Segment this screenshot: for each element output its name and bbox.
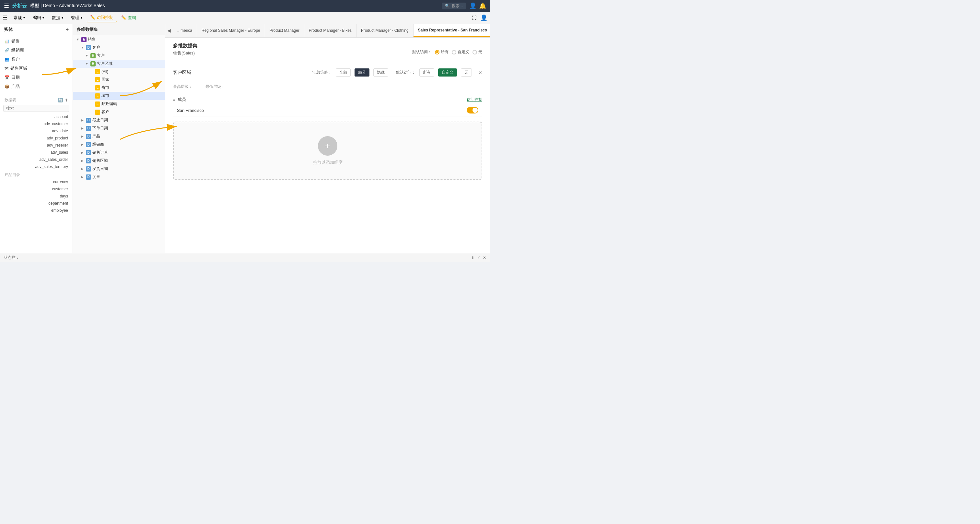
menu-item-normal[interactable]: 常规▾ (10, 14, 28, 22)
tree-item-sales-territory[interactable]: D 销售区域 (73, 157, 165, 165)
strategy-partial-btn[interactable]: 部分 (355, 68, 369, 76)
table-item-adv-sales-order[interactable]: adv_sales_order (0, 156, 73, 163)
tree-item-customer-hier[interactable]: H 客户 (73, 51, 165, 60)
tree-item-all[interactable]: L (All) (73, 68, 165, 76)
members-equals-icon: ≡ (173, 97, 176, 102)
status-bar: 状态栏： ⬆ ✓ ✕ (0, 253, 490, 262)
table-item-customer[interactable]: customer (0, 185, 73, 193)
menu-item-data[interactable]: 数据▾ (49, 14, 67, 22)
fullscreen-button[interactable]: ⛶ (472, 15, 476, 21)
tree-arrow-end-date[interactable] (80, 118, 84, 122)
search-bar[interactable]: 🔍 搜索... (442, 3, 466, 10)
tree-arrow-customer-hier[interactable] (84, 54, 89, 57)
tree-arrow-reseller-dim[interactable] (80, 143, 84, 146)
menu-item-access[interactable]: ✏️访问控制 (87, 13, 117, 22)
tree-arrow-ship-date[interactable] (80, 167, 84, 170)
access-custom-btn[interactable]: 自定义 (438, 68, 457, 76)
members-access-link[interactable]: 访问控制 (467, 97, 482, 102)
tree-arrow-order-date[interactable] (80, 126, 84, 130)
tree-item-customer-region[interactable]: H 客户区域 (73, 60, 165, 68)
tab-sf[interactable]: Sales Representative - San Francisco ⋮ (414, 24, 490, 37)
search-icon: 🔍 (445, 3, 450, 8)
table-item-adv-sales-territory[interactable]: adv_sales_territory (0, 163, 73, 170)
tree-label-city: 城市 (102, 93, 109, 99)
tree-item-sales-order[interactable]: D 销售订单 (73, 148, 165, 157)
table-item-department[interactable]: department (0, 200, 73, 207)
sidebar-item-product[interactable]: 📦 产品 (0, 82, 73, 91)
table-item-adv-date[interactable]: adv_date (0, 127, 73, 135)
tab-america[interactable]: ...merica (173, 24, 197, 37)
tree-item-measure[interactable]: D 度量 (73, 173, 165, 181)
type-badge-ship-date: D (86, 166, 91, 172)
radio-none[interactable]: 无 (473, 49, 482, 55)
table-item-currency[interactable]: currency (0, 178, 73, 185)
radio-all[interactable]: 所有 (435, 49, 449, 55)
hamburger-icon[interactable]: ☰ (4, 2, 9, 10)
table-item-adv-product[interactable]: adv_product (0, 135, 73, 142)
sidebar-item-territory[interactable]: 🗺 销售区域 (0, 64, 73, 73)
menu-item-manage[interactable]: 管理▾ (68, 14, 86, 22)
reseller-icon: 🔗 (5, 48, 10, 53)
tree-item-ship-date[interactable]: D 发货日期 (73, 165, 165, 173)
tab-pm-bikes[interactable]: Product Manager - Bikes (304, 24, 356, 37)
top-bar-icons: 👤 🔔 (469, 2, 486, 10)
max-level-label: 最高层级： (173, 84, 192, 89)
member-sf-toggle[interactable] (467, 107, 478, 113)
tree-item-order-date[interactable]: D 下单日期 (73, 124, 165, 132)
tree-arrow-sales-order[interactable] (80, 151, 84, 154)
dimension-name: 客户区域 (173, 70, 212, 76)
table-item-account[interactable]: account (0, 113, 73, 120)
sidebar-item-sales[interactable]: 📊 销售 (0, 37, 73, 46)
radio-custom[interactable]: 自定义 (452, 49, 469, 55)
tree-arrow-customer-region[interactable] (84, 62, 89, 65)
tab-europe[interactable]: Regional Sales Manager - Europe (197, 24, 265, 37)
strategy-hidden-btn[interactable]: 隐藏 (373, 68, 388, 76)
type-badge-all: L (95, 69, 100, 74)
menu-hamburger[interactable]: ☰ (3, 14, 7, 21)
access-all-btn[interactable]: 所有 (419, 68, 434, 76)
upload-icon[interactable]: ⬆ (65, 98, 68, 102)
table-item-adv-sales[interactable]: adv_sales (0, 149, 73, 156)
access-none-btn[interactable]: 无 (461, 68, 472, 76)
app-logo: 分析云 (12, 3, 27, 9)
refresh-icon[interactable]: 🔄 (58, 98, 63, 102)
table-item-employee[interactable]: employee (0, 207, 73, 214)
tree-arrow-product-dim[interactable] (80, 135, 84, 138)
sidebar-title: 实体 (4, 27, 13, 32)
tab-pm-clothing[interactable]: Product Manager - Clothing (356, 24, 414, 37)
tree-item-postal[interactable]: L 邮政编码 (73, 100, 165, 108)
tree-arrow-sales-territory[interactable] (80, 159, 84, 162)
table-item-days[interactable]: days (0, 193, 73, 200)
min-level-item: 最低层级： (205, 84, 225, 91)
sidebar-data-tables-section: 数据表 🔄 ⬆ (0, 96, 73, 104)
tree-arrow-customer-dim[interactable] (80, 46, 84, 49)
sidebar-add-button[interactable]: + (66, 27, 69, 32)
status-icon-1: ⬆ (471, 255, 474, 260)
tab-pm[interactable]: Product Manager (265, 24, 304, 37)
tree-item-customer-dim[interactable]: D 客户 (73, 43, 165, 51)
tree-item-country[interactable]: L 国家 (73, 76, 165, 84)
close-btn[interactable]: ✕ (478, 70, 482, 75)
sidebar-item-reseller[interactable]: 🔗 经销商 (0, 46, 73, 55)
sidebar-item-date[interactable]: 📅 日期 (0, 73, 73, 82)
menu-item-edit[interactable]: 编辑▾ (30, 14, 47, 22)
tree-arrow-measure[interactable] (80, 175, 84, 179)
tree-item-product-dim[interactable]: D 产品 (73, 132, 165, 140)
tree-arrow-sales[interactable] (75, 38, 80, 41)
tree-item-city[interactable]: L 城市 (73, 92, 165, 100)
strategy-label: 汇总策略： (312, 70, 332, 75)
search-input[interactable] (3, 105, 69, 112)
tree-item-province[interactable]: L 省市 (73, 84, 165, 92)
tree-item-reseller-dim[interactable]: D 经销商 (73, 140, 165, 148)
sidebar-item-customer[interactable]: 👥 客户 (0, 55, 73, 64)
tree-item-end-date[interactable]: D 截止日期 (73, 116, 165, 124)
table-item-adv-reseller[interactable]: adv_reseller (0, 142, 73, 149)
menu-item-query[interactable]: ✏️查询 (118, 14, 139, 22)
tab-nav-prev[interactable]: ◀ (165, 28, 173, 33)
sales-icon: 📊 (5, 39, 10, 43)
tree-item-sales[interactable]: E 销售 (73, 35, 165, 43)
date-icon: 📅 (5, 75, 10, 80)
tree-item-customer-leaf[interactable]: L 客户 (73, 108, 165, 116)
table-item-adv-customer[interactable]: adv_customer (0, 120, 73, 127)
strategy-all-btn[interactable]: 全部 (336, 68, 351, 76)
